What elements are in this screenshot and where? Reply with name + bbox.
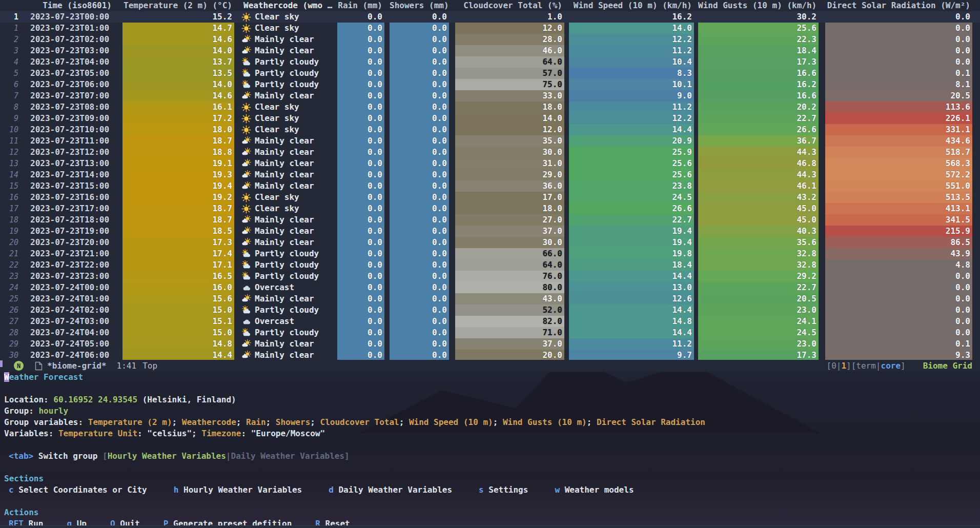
cell-cloudcover[interactable]: 43.0 — [455, 293, 564, 304]
cell-weathercode[interactable]: Mainly clear — [238, 338, 336, 350]
cell-rain[interactable]: 0.0 — [337, 203, 384, 214]
cell-windspeed[interactable]: 18.4 — [569, 259, 694, 271]
table-row[interactable]: 242023-07-24T00:0016.0Overcast0.00.080.0… — [0, 282, 980, 293]
line-number[interactable]: 24 — [0, 282, 22, 293]
table-row[interactable]: 142023-07-23T14:0019.3Mainly clear0.00.0… — [0, 169, 980, 180]
line-number[interactable]: 6 — [0, 79, 22, 90]
cell-cloudcover[interactable]: 1.0 — [455, 11, 564, 23]
table-row[interactable]: 252023-07-24T01:0015.6Mainly clear0.00.0… — [0, 293, 980, 304]
cell-time[interactable]: 2023-07-23T14:00 — [22, 169, 113, 180]
cell-windspeed[interactable]: 10.1 — [569, 79, 694, 90]
cell-weathercode[interactable]: Partly cloudy — [238, 259, 336, 271]
cell-time[interactable]: 2023-07-23T10:00 — [22, 124, 113, 135]
table-row[interactable]: 42023-07-23T04:0013.7Partly cloudy0.00.0… — [0, 56, 980, 68]
cell-windspeed[interactable]: 14.4 — [569, 304, 694, 316]
cell-time[interactable]: 2023-07-23T06:00 — [22, 79, 113, 90]
cell-solar[interactable]: 0.0 — [825, 56, 972, 68]
cell-time[interactable]: 2023-07-23T00:00 — [22, 11, 113, 23]
cell-rain[interactable]: 0.0 — [337, 271, 384, 282]
cell-cloudcover[interactable]: 30.0 — [455, 237, 564, 248]
cell-cloudcover[interactable]: 80.0 — [455, 282, 564, 293]
line-number[interactable]: 26 — [0, 304, 22, 316]
table-row[interactable]: 292023-07-24T05:0014.8Mainly clear0.00.0… — [0, 338, 980, 350]
table-row[interactable]: 102023-07-23T10:0018.0Clear sky0.00.012.… — [0, 124, 980, 135]
cell-cloudcover[interactable]: 57.0 — [455, 68, 564, 79]
cell-weathercode[interactable]: Clear sky — [238, 113, 336, 124]
cell-showers[interactable]: 0.0 — [390, 169, 449, 180]
table-row[interactable]: 112023-07-23T11:0018.7Mainly clear0.00.0… — [0, 135, 980, 147]
table-row[interactable]: 232023-07-23T23:0016.5Partly cloudy0.00.… — [0, 271, 980, 282]
section-daily-weather-variables[interactable]: d Daily Weather Variables — [329, 484, 452, 496]
cell-cloudcover[interactable]: 29.0 — [455, 169, 564, 180]
cell-weathercode[interactable]: Mainly clear — [238, 169, 336, 180]
table-row[interactable]: 72023-07-23T07:0014.6Mainly clear0.00.03… — [0, 90, 980, 101]
cell-temperature[interactable]: 18.7 — [122, 203, 234, 214]
cell-rain[interactable]: 0.0 — [337, 147, 384, 158]
cell-rain[interactable]: 0.0 — [337, 192, 384, 203]
cell-temperature[interactable]: 18.0 — [122, 124, 234, 135]
cell-weathercode[interactable]: Partly cloudy — [238, 56, 336, 68]
cell-time[interactable]: 2023-07-23T23:00 — [22, 271, 113, 282]
line-number[interactable]: 18 — [0, 214, 22, 226]
cell-showers[interactable]: 0.0 — [390, 158, 449, 169]
line-number[interactable]: 9 — [0, 113, 22, 124]
line-number[interactable]: 28 — [0, 327, 22, 338]
cell-cloudcover[interactable]: 14.0 — [455, 113, 564, 124]
cell-rain[interactable]: 0.0 — [337, 304, 384, 316]
cell-rain[interactable]: 0.0 — [337, 101, 384, 113]
cell-cloudcover[interactable]: 75.0 — [455, 79, 564, 90]
section-weather-models[interactable]: w Weather models — [555, 484, 634, 496]
cell-weathercode[interactable]: Partly cloudy — [238, 327, 336, 338]
cell-showers[interactable]: 0.0 — [390, 203, 449, 214]
cell-temperature[interactable]: 17.2 — [122, 113, 234, 124]
cell-windgusts[interactable]: 20.5 — [698, 293, 819, 304]
cell-showers[interactable]: 0.0 — [390, 304, 449, 316]
cell-windgusts[interactable]: 22.7 — [698, 113, 819, 124]
tab-option-active[interactable]: Hourly Weather Variables — [108, 451, 226, 461]
cell-temperature[interactable]: 14.8 — [122, 338, 234, 350]
cell-showers[interactable]: 0.0 — [390, 56, 449, 68]
cell-windgusts[interactable]: 44.3 — [698, 169, 819, 180]
cell-solar[interactable]: 0.1 — [825, 68, 972, 79]
cell-temperature[interactable]: 17.1 — [122, 259, 234, 271]
cell-windgusts[interactable]: 32.8 — [698, 259, 819, 271]
cell-weathercode[interactable]: Mainly clear — [238, 45, 336, 56]
table-row[interactable]: 52023-07-23T05:0013.5Partly cloudy0.00.0… — [0, 68, 980, 79]
table-row[interactable]: 122023-07-23T12:0018.8Mainly clear0.00.0… — [0, 147, 980, 158]
cell-weathercode[interactable]: Mainly clear — [238, 180, 336, 192]
cell-rain[interactable]: 0.0 — [337, 135, 384, 147]
cell-showers[interactable]: 0.0 — [390, 350, 449, 360]
cell-windgusts[interactable]: 24.1 — [698, 316, 819, 327]
cell-weathercode[interactable]: Clear sky — [238, 23, 336, 34]
cell-temperature[interactable]: 16.0 — [122, 282, 234, 293]
cell-weathercode[interactable]: Clear sky — [238, 192, 336, 203]
cell-weathercode[interactable]: Partly cloudy — [238, 68, 336, 79]
cell-windspeed[interactable]: 14.4 — [569, 124, 694, 135]
table-row[interactable]: 12023-07-23T01:0014.7Clear sky0.00.012.0… — [0, 23, 980, 34]
cell-time[interactable]: 2023-07-23T02:00 — [22, 34, 113, 45]
cell-rain[interactable]: 0.0 — [337, 214, 384, 226]
cell-rain[interactable]: 0.0 — [337, 34, 384, 45]
cell-weathercode[interactable]: Clear sky — [238, 203, 336, 214]
cell-windspeed[interactable]: 13.0 — [569, 282, 694, 293]
cell-showers[interactable]: 0.0 — [390, 180, 449, 192]
table-row-cursor[interactable]: 12023-07-23T00:0015.2Clear sky0.00.01.01… — [0, 11, 980, 23]
action-quit[interactable]: Q Quit — [110, 518, 140, 525]
cell-showers[interactable]: 0.0 — [390, 90, 449, 101]
cell-solar[interactable]: 0.1 — [825, 338, 972, 350]
table-row[interactable]: 262023-07-24T02:0015.0Partly cloudy0.00.… — [0, 304, 980, 316]
cell-temperature[interactable]: 14.0 — [122, 79, 234, 90]
cell-temperature[interactable]: 15.0 — [122, 304, 234, 316]
cell-windspeed[interactable]: 25.9 — [569, 147, 694, 158]
cell-cloudcover[interactable]: 37.0 — [455, 226, 564, 237]
cell-weathercode[interactable]: Mainly clear — [238, 350, 336, 360]
cell-rain[interactable]: 0.0 — [337, 124, 384, 135]
cell-time[interactable]: 2023-07-23T05:00 — [22, 68, 113, 79]
cell-windgusts[interactable]: 23.0 — [698, 304, 819, 316]
cell-weathercode[interactable]: Clear sky — [238, 11, 336, 23]
line-number[interactable]: 21 — [0, 248, 22, 259]
cell-windgusts[interactable]: 40.3 — [698, 226, 819, 237]
cell-rain[interactable]: 0.0 — [337, 23, 384, 34]
cell-showers[interactable]: 0.0 — [390, 124, 449, 135]
cell-weathercode[interactable]: Clear sky — [238, 101, 336, 113]
